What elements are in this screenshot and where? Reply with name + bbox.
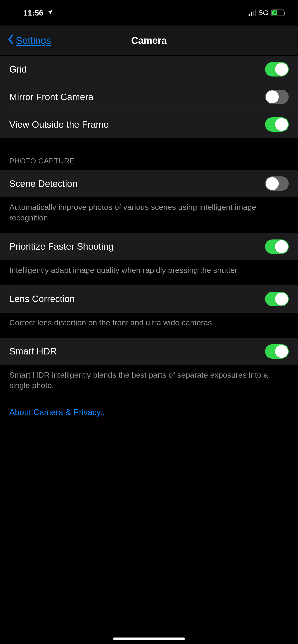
chevron-left-icon [8, 34, 15, 47]
battery-icon: ⚡︎ [271, 10, 284, 16]
back-button[interactable]: Settings [8, 34, 51, 47]
cellular-signal-icon [248, 10, 256, 16]
smart-hdr-row[interactable]: Smart HDR [0, 338, 298, 365]
prioritize-faster-footer: Intelligently adapt image quality when r… [0, 260, 298, 285]
view-outside-label: View Outside the Frame [9, 120, 109, 130]
lens-correction-footer: Correct lens distortion on the front and… [0, 313, 298, 338]
lens-correction-label: Lens Correction [9, 294, 75, 304]
scene-detection-row[interactable]: Scene Detection [0, 170, 298, 197]
scene-detection-toggle[interactable] [265, 176, 289, 191]
status-bar: 11:56 5G ⚡︎ [0, 0, 298, 26]
status-time: 11:56 [23, 8, 43, 18]
smart-hdr-toggle[interactable] [265, 344, 289, 359]
charging-bolt-icon: ⚡︎ [274, 11, 276, 14]
grid-row[interactable]: Grid [0, 56, 298, 83]
composition-group: Grid Mirror Front Camera View Outside th… [0, 56, 298, 138]
settings-list: Grid Mirror Front Camera View Outside th… [0, 56, 298, 429]
grid-label: Grid [9, 64, 27, 75]
prioritize-faster-row[interactable]: Prioritize Faster Shooting [0, 233, 298, 260]
scene-detection-label: Scene Detection [9, 178, 78, 189]
scene-detection-footer: Automatically improve photos of various … [0, 197, 298, 233]
back-label: Settings [16, 35, 51, 46]
smart-hdr-label: Smart HDR [9, 346, 57, 356]
home-indicator[interactable] [113, 638, 185, 640]
about-camera-privacy-row[interactable]: About Camera & Privacy... [0, 400, 298, 429]
lens-correction-row[interactable]: Lens Correction [0, 285, 298, 313]
mirror-toggle[interactable] [265, 90, 289, 104]
status-right: 5G ⚡︎ [248, 9, 284, 17]
status-left: 11:56 [23, 8, 53, 18]
navigation-bar: Settings Camera [0, 26, 298, 56]
smart-hdr-footer: Smart HDR intelligently blends the best … [0, 365, 298, 401]
view-outside-frame-row[interactable]: View Outside the Frame [0, 111, 298, 138]
lens-correction-toggle[interactable] [265, 292, 289, 306]
grid-toggle[interactable] [265, 62, 289, 76]
location-icon [47, 9, 53, 16]
photo-capture-header: PHOTO CAPTURE [0, 138, 298, 170]
prioritize-faster-toggle[interactable] [265, 240, 289, 254]
view-outside-toggle[interactable] [265, 117, 289, 132]
mirror-label: Mirror Front Camera [9, 92, 93, 102]
mirror-front-camera-row[interactable]: Mirror Front Camera [0, 83, 298, 110]
network-type: 5G [259, 9, 268, 17]
prioritize-faster-label: Prioritize Faster Shooting [9, 241, 114, 252]
about-camera-privacy-link: About Camera & Privacy... [9, 408, 107, 417]
